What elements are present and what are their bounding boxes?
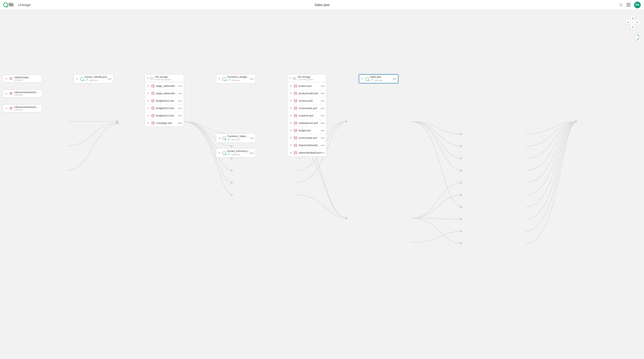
file-row[interactable]: product.qvd••• [288, 82, 326, 90]
file-row[interactable]: customer.qvd••• [288, 112, 326, 119]
app-node-sales-target[interactable]: Sales.qvw QlikView ••• [359, 74, 398, 84]
chevron-down-icon[interactable] [147, 114, 150, 117]
chevron-down-icon[interactable] [147, 99, 150, 102]
more-actions-icon[interactable]: ••• [321, 151, 325, 154]
datafile-icon [294, 143, 297, 147]
pan-home-button[interactable]: ⌂ [630, 20, 635, 25]
node-title: Extract_Weekly.qvw [85, 76, 108, 78]
file-row[interactable]: budget.qvd••• [288, 127, 326, 134]
more-actions-icon[interactable]: ••• [321, 99, 325, 102]
chevron-down-icon[interactable] [218, 151, 221, 155]
file-row[interactable]: vsalesperson.qvd••• [288, 119, 326, 127]
file-row[interactable]: stage_salesorderhead... ••• [145, 90, 184, 97]
more-actions-icon[interactable]: ••• [250, 137, 254, 140]
database-icon [9, 107, 13, 110]
file-name: SalesOrderDetail_202... [299, 144, 321, 147]
file-row[interactable]: stage_salesorderdetail.... ••• [145, 82, 184, 90]
more-actions-icon[interactable]: ••• [250, 77, 254, 80]
chevron-down-icon[interactable] [289, 114, 292, 117]
source-node-awdw-sales[interactable]: AWDW.Sales unknown [3, 75, 42, 83]
app-node-transform-budget[interactable]: Transform_Budget.qvw QlikView ••• [216, 74, 256, 84]
chevron-up-icon[interactable] [147, 77, 149, 80]
chevron-down-icon[interactable] [289, 151, 292, 154]
more-actions-icon[interactable]: ••• [321, 92, 325, 95]
chevron-up-icon[interactable] [289, 77, 291, 80]
chevron-down-icon[interactable] [5, 107, 8, 110]
svg-rect-43 [294, 137, 297, 139]
more-actions-icon[interactable]: ••• [321, 84, 325, 88]
zoom-out-button[interactable]: 🔎 [635, 37, 640, 42]
pan-left-button[interactable]: ◂ [625, 20, 630, 25]
more-actions-icon[interactable]: ••• [178, 114, 182, 117]
app-node-extract-weekly[interactable]: Extract_Weekly.qvw QlikView ••• [74, 74, 113, 84]
chevron-down-icon[interactable] [147, 84, 150, 88]
file-row[interactable]: salesorderdetail.qvd••• [288, 149, 326, 156]
qlikview-app-icon [80, 77, 84, 81]
more-actions-icon[interactable]: ••• [178, 121, 182, 125]
more-actions-icon[interactable]: ••• [178, 107, 182, 110]
link-icon [370, 78, 373, 82]
chevron-down-icon[interactable] [147, 121, 150, 125]
more-actions-icon[interactable]: ••• [178, 84, 182, 88]
more-actions-icon[interactable]: ••• [393, 77, 397, 80]
more-actions-icon[interactable]: ••• [321, 144, 325, 147]
more-actions-icon[interactable]: ••• [321, 121, 325, 125]
datafile-icon [294, 136, 297, 140]
app-node-extract-external[interactable]: Extract_External.qvw QlikView ••• [216, 148, 256, 158]
notifications-icon[interactable] [619, 3, 623, 7]
chevron-down-icon[interactable] [289, 107, 292, 110]
group-header[interactable]: File storage Local file system [145, 74, 184, 82]
file-row[interactable]: currency.qvd••• [288, 97, 326, 104]
pan-down-button[interactable]: ▾ [630, 25, 635, 29]
zoom-in-button[interactable]: 🔍 [635, 32, 640, 37]
avatar[interactable]: RA [634, 2, 641, 8]
node-subtitle: unknown [14, 108, 40, 111]
chevron-down-icon[interactable] [289, 144, 292, 147]
pan-up-button[interactable]: ▴ [630, 15, 635, 20]
file-row[interactable]: Budget2014.xlsx ••• [145, 112, 184, 119]
chevron-down-icon[interactable] [147, 107, 150, 110]
chevron-down-icon[interactable] [5, 77, 8, 80]
chevron-down-icon[interactable] [76, 77, 79, 80]
chevron-down-icon[interactable] [289, 121, 292, 125]
app-launcher-icon[interactable] [627, 3, 630, 7]
file-row[interactable]: currencyrate.qvd••• [288, 104, 326, 112]
more-actions-icon[interactable]: ••• [250, 151, 254, 155]
group-title: File storage [297, 76, 325, 78]
chevron-down-icon[interactable] [289, 136, 292, 140]
app-node-transform-sales[interactable]: Transform_Sales.qvw QlikView ••• [216, 133, 256, 143]
more-actions-icon[interactable]: ••• [321, 136, 325, 140]
chevron-down-icon[interactable] [147, 92, 150, 95]
chevron-down-icon[interactable] [289, 92, 292, 95]
group-header[interactable]: File storage Local file system [288, 74, 326, 82]
chevron-down-icon[interactable] [361, 77, 364, 80]
group-subtitle: Local file system [297, 78, 325, 81]
chevron-down-icon[interactable] [289, 129, 292, 132]
file-name: customer.qvd [299, 114, 321, 117]
file-row[interactable]: Budget2012.xlsx ••• [145, 97, 184, 104]
chevron-down-icon[interactable] [218, 137, 221, 140]
file-row[interactable]: productmodel.qvd••• [288, 90, 326, 97]
file-row[interactable]: currencyrate.qvd••• [288, 134, 326, 141]
chevron-down-icon[interactable] [218, 77, 221, 80]
lineage-canvas[interactable]: ▴ ◂ ⌂ ▸ ▾ 🔍 🔎 [0, 10, 644, 359]
file-row[interactable]: SalesOrderDetail_202...••• [288, 141, 326, 149]
source-node-adventureworks-sales[interactable]: AdventureWorks2017.Sales unknown [3, 90, 42, 98]
pan-right-button[interactable]: ▸ [635, 20, 640, 25]
source-node-adventureworks-product[interactable]: AdventureWorks2017.Produ... unknown [3, 104, 42, 112]
more-actions-icon[interactable]: ••• [321, 129, 325, 132]
file-row[interactable]: Budget2013.xlsx ••• [145, 104, 184, 112]
datafile-icon [294, 106, 297, 110]
more-actions-icon[interactable]: ••• [108, 77, 111, 80]
more-actions-icon[interactable]: ••• [321, 114, 325, 117]
chevron-down-icon[interactable] [289, 99, 292, 102]
chevron-down-icon[interactable] [289, 84, 292, 88]
more-actions-icon[interactable]: ••• [321, 107, 325, 110]
breadcrumb[interactable]: Lineage [18, 3, 31, 7]
chevron-down-icon[interactable] [5, 92, 8, 95]
qlik-logo[interactable]: lik [3, 2, 14, 8]
more-actions-icon[interactable]: ••• [178, 92, 182, 95]
file-row[interactable]: Campaign.xlsx ••• [145, 119, 184, 127]
more-actions-icon[interactable]: ••• [178, 99, 182, 102]
datafile-icon [294, 114, 297, 118]
